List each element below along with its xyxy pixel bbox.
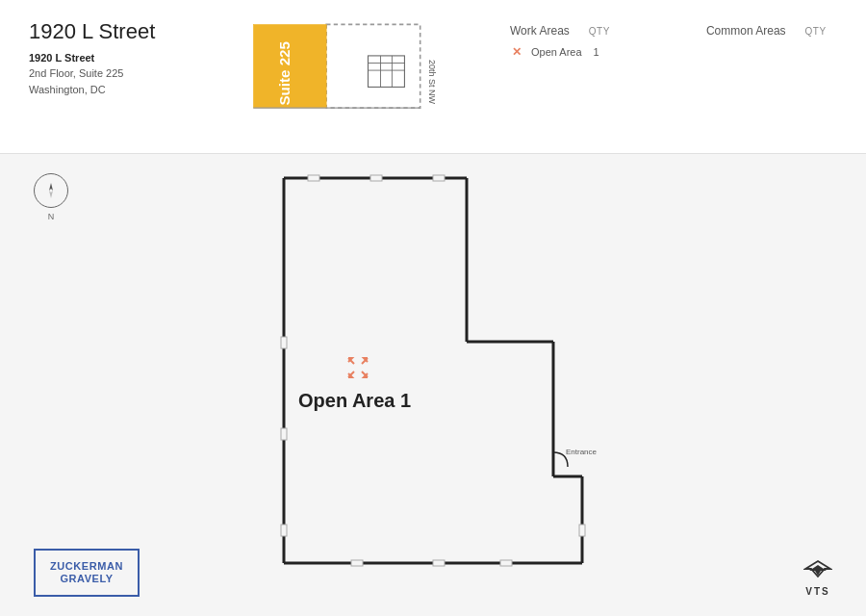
svg-rect-28 [500,560,512,566]
work-areas-qty-label: QTY [589,26,610,37]
svg-rect-24 [281,428,287,440]
svg-rect-21 [370,175,382,181]
property-subtitle: 1920 L Street [29,52,221,64]
work-areas-header: Work Areas QTY [510,24,610,38]
svg-rect-3 [369,56,405,87]
compass-n-label: N [48,212,55,221]
svg-rect-26 [351,560,363,566]
common-areas-qty-label: QTY [805,26,827,37]
compass-circle [34,173,68,208]
svg-rect-25 [281,525,287,536]
compass: N [34,173,68,208]
property-location: Washington, DC [29,82,221,98]
property-title: 1920 L Street [29,19,221,44]
top-section: 1920 L Street 1920 L Street 2nd Floor, S… [0,0,866,154]
open-area-legend-item: ✕ Open Area 1 [510,45,610,59]
svg-rect-27 [433,560,445,566]
work-areas-title: Work Areas [510,24,570,38]
mini-map: Suite 225 [241,19,433,144]
svg-marker-9 [49,183,53,191]
svg-rect-20 [308,175,319,181]
common-areas-title: Common Areas [706,24,786,38]
svg-rect-23 [281,337,287,348]
vts-text: VTS [805,586,829,597]
common-areas-header: Common Areas QTY [706,24,827,38]
vts-icon [803,559,832,582]
work-areas-group: Work Areas QTY ✕ Open Area 1 [510,24,610,59]
svg-marker-35 [809,565,827,576]
svg-text:Suite 225: Suite 225 [276,41,293,106]
open-area-label: Open Area [531,46,582,58]
svg-rect-0 [326,24,420,108]
logo-line1: ZUCKERMAN [50,560,123,573]
property-floor: 2nd Floor, Suite 225 [29,65,221,82]
open-area-qty: 1 [594,46,599,58]
property-info: 1920 L Street 1920 L Street 2nd Floor, S… [29,19,221,97]
bottom-section: N [0,154,866,616]
entrance-label: Entrance [566,448,597,456]
legend-section: Work Areas QTY ✕ Open Area 1 Common Area… [510,19,827,59]
logo-line2: GRAVELY [60,573,113,585]
floorplan [255,168,611,573]
zuckerman-gravely-logo: ZUCKERMAN GRAVELY [34,549,140,597]
vts-logo: VTS [803,559,832,597]
svg-rect-22 [433,175,445,181]
svg-marker-10 [49,191,53,198]
mini-map-container: Suite 225 L St NW 20th St NW [241,19,433,144]
open-area-icon: ✕ [510,45,523,59]
common-areas-group: Common Areas QTY [706,24,827,38]
svg-rect-29 [579,525,585,536]
street-label-right: 20th St NW [427,60,437,104]
